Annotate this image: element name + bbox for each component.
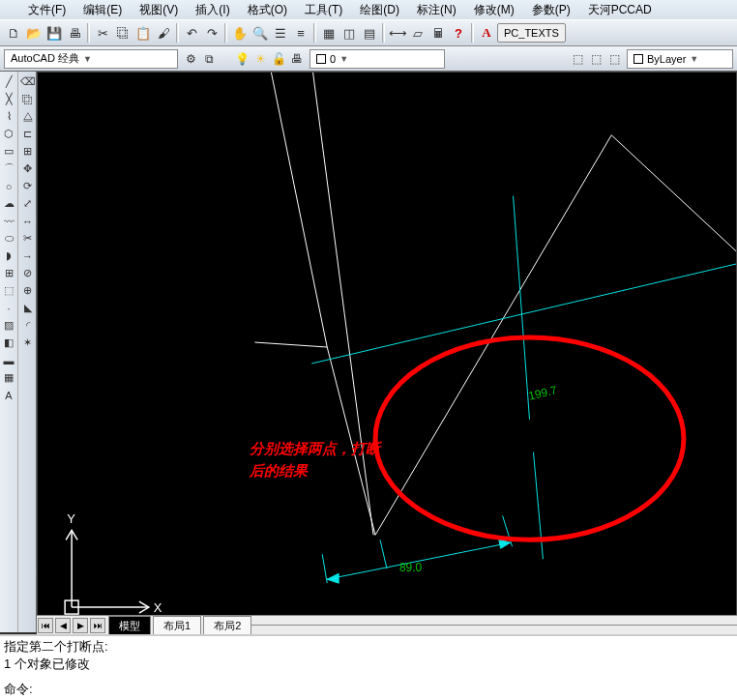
circle-icon[interactable]: ○ xyxy=(1,178,17,194)
menu-bar: 文件(F) 编辑(E) 视图(V) 插入(I) 格式(O) 工具(T) 绘图(D… xyxy=(0,0,737,19)
menu-draw[interactable]: 绘图(D) xyxy=(351,0,408,20)
erase-icon[interactable]: ⌫ xyxy=(19,73,36,90)
pan-icon[interactable]: ✋ xyxy=(230,23,250,43)
highlight-ellipse xyxy=(375,337,684,540)
workspace-dropdown[interactable]: AutoCAD 经典 ▼ xyxy=(4,49,178,69)
tab-next-icon[interactable]: ▶ xyxy=(73,618,88,633)
rotate-icon[interactable]: ⟳ xyxy=(19,178,36,194)
gradient-icon[interactable]: ◧ xyxy=(1,335,17,351)
array-icon[interactable]: ⊞ xyxy=(19,143,36,160)
lock-icon[interactable]: 🔓 xyxy=(270,50,287,68)
block-icon[interactable]: ⬚ xyxy=(1,282,17,299)
dist-icon[interactable]: ⟷ xyxy=(388,23,407,43)
offset-icon[interactable]: ⊏ xyxy=(19,126,36,142)
line-icon[interactable]: ╱ xyxy=(1,73,17,90)
chevron-down-icon: ▼ xyxy=(339,54,348,64)
extend-icon[interactable]: → xyxy=(19,248,36,264)
polygon-icon[interactable]: ⬡ xyxy=(1,126,17,142)
layers-icon[interactable]: ⧉ xyxy=(200,50,218,68)
xline-icon[interactable]: ╳ xyxy=(1,91,17,107)
move-icon[interactable]: ✥ xyxy=(19,160,36,177)
color-dropdown[interactable]: ByLayer ▼ xyxy=(627,49,733,69)
open-icon[interactable]: 📂 xyxy=(24,23,44,43)
revcloud-icon[interactable]: ☁ xyxy=(1,195,17,212)
arc-icon[interactable]: ⌒ xyxy=(1,160,17,177)
command-input[interactable] xyxy=(37,681,733,698)
tab-layout2[interactable]: 布局2 xyxy=(203,616,251,635)
menu-dimension[interactable]: 标注(N) xyxy=(408,0,465,20)
new-icon[interactable]: 🗋 xyxy=(4,23,23,43)
layer-dropdown[interactable]: 0 ▼ xyxy=(310,49,445,69)
settings-icon[interactable]: ⚙ xyxy=(182,50,199,68)
tab-prev-icon[interactable]: ◀ xyxy=(55,618,71,633)
ucs-x-label: X xyxy=(154,600,162,615)
command-history-line: 1 个对象已修改 xyxy=(4,656,733,673)
polyline-icon[interactable]: ⌇ xyxy=(1,108,17,125)
menu-tools[interactable]: 工具(T) xyxy=(296,0,351,20)
menu-file[interactable]: 文件(F) xyxy=(19,0,74,20)
area-icon[interactable]: ▱ xyxy=(408,23,427,43)
zoom-icon[interactable]: 🔍 xyxy=(251,23,270,43)
hatch-icon[interactable]: ▦ xyxy=(319,23,339,43)
help-icon[interactable]: ? xyxy=(449,23,468,43)
spline-icon[interactable]: 〰 xyxy=(1,213,17,229)
trim-icon[interactable]: ✂ xyxy=(19,230,36,247)
print-icon[interactable]: 🖶 xyxy=(65,23,84,43)
copy-icon[interactable]: ⿻ xyxy=(19,91,36,107)
a-icon[interactable]: A xyxy=(477,23,496,43)
insert-icon[interactable]: ⊞ xyxy=(1,265,17,281)
explode-icon[interactable]: ✶ xyxy=(19,335,36,351)
text-icon[interactable]: A xyxy=(1,387,17,403)
layer-tools: 💡 ☀ 🔓 🖶 xyxy=(233,50,306,68)
light-off-icon[interactable]: 💡 xyxy=(233,50,251,68)
tab-layout1[interactable]: 布局1 xyxy=(153,616,201,635)
menu-insert[interactable]: 插入(I) xyxy=(187,0,238,20)
tab-first-icon[interactable]: ⏮ xyxy=(38,618,53,633)
cut-icon[interactable]: ✂ xyxy=(93,23,112,43)
tab-model[interactable]: 模型 xyxy=(108,616,151,635)
dimension-2: 89.0 xyxy=(399,561,423,574)
match-icon[interactable]: 🖌 xyxy=(154,23,173,43)
ellipse-icon[interactable]: ⬭ xyxy=(1,230,17,247)
menu-view[interactable]: 视图(V) xyxy=(131,0,187,20)
plot-icon[interactable]: 🖶 xyxy=(288,50,306,68)
save-icon[interactable]: 💾 xyxy=(44,23,64,43)
copy-icon[interactable]: ⿻ xyxy=(113,23,133,43)
table-icon[interactable]: ▤ xyxy=(360,23,379,43)
menu-edit[interactable]: 编辑(E) xyxy=(74,0,131,20)
calc-icon[interactable]: 🖩 xyxy=(428,23,448,43)
ucs-y-label: Y xyxy=(67,511,75,526)
hatch-icon[interactable]: ▨ xyxy=(1,317,17,334)
earc-icon[interactable]: ◗ xyxy=(1,248,17,264)
chamfer-icon[interactable]: ◣ xyxy=(19,300,36,316)
stretch-icon[interactable]: ↔ xyxy=(19,213,36,229)
sun-icon[interactable]: ☀ xyxy=(251,50,269,68)
redo-icon[interactable]: ↷ xyxy=(202,23,221,43)
block-icon[interactable]: ◫ xyxy=(339,23,359,43)
break-icon[interactable]: ⊘ xyxy=(19,265,36,281)
tab-last-icon[interactable]: ⏭ xyxy=(90,618,105,633)
layerstate2-icon[interactable]: ⬚ xyxy=(587,50,604,68)
props-icon[interactable]: ≡ xyxy=(291,23,310,43)
chevron-down-icon: ▼ xyxy=(690,54,698,64)
join-icon[interactable]: ⊕ xyxy=(19,282,36,299)
scale-icon[interactable]: ⤢ xyxy=(19,195,36,212)
table-icon[interactable]: ▦ xyxy=(1,369,17,386)
undo-icon[interactable]: ↶ xyxy=(182,23,201,43)
layerstate3-icon[interactable]: ⬚ xyxy=(605,50,623,68)
menu-pccad[interactable]: 天河PCCAD xyxy=(579,0,661,20)
rectangle-icon[interactable]: ▭ xyxy=(1,143,17,160)
workspace-value: AutoCAD 经典 xyxy=(11,51,79,66)
region-icon[interactable]: ▬ xyxy=(1,352,17,368)
menu-format[interactable]: 格式(O) xyxy=(239,0,296,20)
pc-texts-button[interactable]: PC_TEXTS xyxy=(497,23,566,43)
drawing-canvas[interactable]: 199.7 89.0 分别选择两点，打断 后的结果 X Y xyxy=(37,72,737,632)
fillet-icon[interactable]: ◜ xyxy=(19,317,36,334)
menu-param[interactable]: 参数(P) xyxy=(523,0,579,20)
mirror-icon[interactable]: ⧋ xyxy=(19,108,36,125)
layer-icon[interactable]: ☰ xyxy=(271,23,290,43)
point-icon[interactable]: · xyxy=(1,300,17,316)
layerstate1-icon[interactable]: ⬚ xyxy=(569,50,586,68)
paste-icon[interactable]: 📋 xyxy=(133,23,153,43)
menu-modify[interactable]: 修改(M) xyxy=(465,0,523,20)
